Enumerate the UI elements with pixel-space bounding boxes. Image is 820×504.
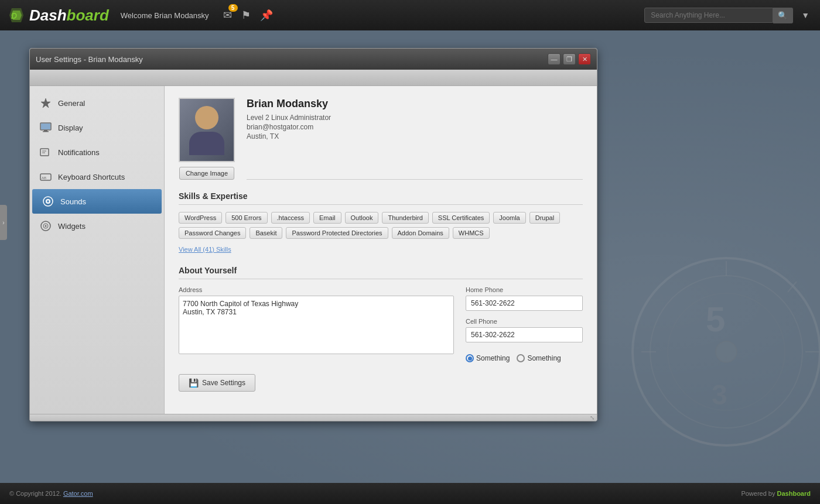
sounds-icon bbox=[42, 195, 54, 208]
navbar-arrow[interactable]: ▼ bbox=[798, 8, 813, 22]
svg-point-21 bbox=[668, 293, 785, 410]
about-grid: Address 7700 North Capitol of Texas High… bbox=[179, 286, 583, 362]
skill-tag-thunderbird[interactable]: Thunderbird bbox=[382, 212, 428, 224]
person-head-shape bbox=[195, 106, 218, 129]
skill-tag-wordpress[interactable]: WordPress bbox=[179, 212, 222, 224]
close-button[interactable]: ✕ bbox=[578, 53, 591, 65]
address-label: Address bbox=[179, 286, 454, 293]
speedometer-decoration: 5 3 bbox=[609, 223, 820, 457]
skill-tag-password-changes[interactable]: Password Changes bbox=[179, 227, 246, 239]
profile-section: Change Image Brian Modansky Level 2 Linu… bbox=[179, 98, 583, 180]
search-button[interactable]: 🔍 bbox=[773, 8, 793, 23]
logo-board: board bbox=[67, 6, 109, 24]
svg-point-19 bbox=[633, 258, 820, 445]
radio-label-1: Something bbox=[476, 354, 510, 362]
radio-option-1[interactable]: Something bbox=[466, 354, 510, 362]
view-all-skills-link[interactable]: View All (41) Skills bbox=[179, 246, 231, 253]
footer-copyright: © Copyright 2012. bbox=[9, 490, 62, 497]
home-phone-label: Home Phone bbox=[466, 286, 583, 293]
sidebar: General Display Notifications AB bbox=[30, 86, 165, 414]
radio-btn-2[interactable] bbox=[517, 354, 525, 362]
skills-section: Skills & Expertise WordPress 500 Errors … bbox=[179, 191, 583, 254]
resize-icon: ⤡ bbox=[590, 414, 594, 421]
profile-image bbox=[180, 99, 234, 161]
skill-tag-outlook[interactable]: Outlook bbox=[345, 212, 379, 224]
skill-tag-drupal[interactable]: Drupal bbox=[529, 212, 560, 224]
save-icon: 💾 bbox=[189, 378, 199, 388]
cell-phone-label: Cell Phone bbox=[466, 318, 583, 325]
panel-wrapper: User Settings - Brian Modansky — ❐ ✕ Gen… bbox=[29, 48, 597, 421]
profile-email: brian@hostgator.com bbox=[247, 123, 583, 131]
sidebar-item-sounds[interactable]: Sounds bbox=[32, 189, 162, 214]
mail-badge: 5 bbox=[228, 4, 238, 12]
left-tab-icon: › bbox=[2, 220, 4, 226]
profile-title: Level 2 Linux Administrator bbox=[247, 114, 583, 122]
skill-tag-joomla[interactable]: Joomla bbox=[493, 212, 525, 224]
content-area: Change Image Brian Modansky Level 2 Linu… bbox=[165, 86, 597, 414]
skill-tag-email[interactable]: Email bbox=[313, 212, 341, 224]
person-body-shape bbox=[189, 132, 224, 155]
left-tab[interactable]: › bbox=[0, 205, 7, 240]
logo: D Dashboard bbox=[7, 6, 109, 25]
phone-area: Home Phone Cell Phone Something bbox=[466, 286, 583, 362]
save-settings-button[interactable]: 💾 Save Settings bbox=[179, 374, 255, 392]
sidebar-item-widgets-label: Widgets bbox=[58, 222, 86, 231]
svg-text:5: 5 bbox=[706, 300, 725, 339]
radio-btn-1[interactable] bbox=[466, 354, 474, 362]
footer: © Copyright 2012. Gator.com Powered by D… bbox=[0, 483, 820, 504]
svg-line-25 bbox=[788, 282, 797, 292]
sidebar-item-notifications-label: Notifications bbox=[58, 148, 100, 157]
skill-tag-ssl[interactable]: SSL Certificates bbox=[432, 212, 490, 224]
search-area: 🔍 bbox=[644, 8, 793, 23]
search-input[interactable] bbox=[644, 8, 773, 23]
sidebar-item-notifications[interactable]: Notifications bbox=[30, 140, 164, 164]
about-section: About Yourself Address 7700 North Capito… bbox=[179, 266, 583, 362]
radio-option-2[interactable]: Something bbox=[517, 354, 561, 362]
svg-text:D: D bbox=[11, 11, 17, 20]
minimize-button[interactable]: — bbox=[548, 53, 561, 65]
svg-point-20 bbox=[650, 276, 802, 428]
sidebar-item-keyboard[interactable]: AB Keyboard Shortcuts bbox=[30, 164, 164, 189]
svg-rect-5 bbox=[43, 131, 49, 132]
skills-tags: WordPress 500 Errors .htaccess Email Out… bbox=[179, 212, 583, 239]
address-textarea[interactable]: 7700 North Capitol of Texas Highway Aust… bbox=[179, 296, 454, 354]
save-settings-label: Save Settings bbox=[202, 379, 245, 387]
pin-icon-btn[interactable]: 📌 bbox=[258, 6, 275, 24]
mail-icon-btn[interactable]: ✉ 5 bbox=[221, 6, 234, 24]
skill-tag-addon[interactable]: Addon Domains bbox=[392, 227, 449, 239]
widgets-icon bbox=[39, 220, 52, 232]
svg-point-18 bbox=[45, 225, 47, 227]
skill-tag-whmcs[interactable]: WHMCS bbox=[453, 227, 490, 239]
flag-icon-btn[interactable]: ⚑ bbox=[239, 6, 253, 24]
display-icon bbox=[39, 121, 52, 134]
cell-phone-input[interactable] bbox=[466, 327, 583, 342]
skill-tag-ppd[interactable]: Password Protected Directories bbox=[286, 227, 388, 239]
general-icon bbox=[39, 97, 52, 109]
home-phone-input[interactable] bbox=[466, 296, 583, 311]
footer-site-link[interactable]: Gator.com bbox=[63, 490, 93, 497]
svg-rect-6 bbox=[41, 124, 50, 129]
sidebar-item-display-label: Display bbox=[58, 124, 83, 132]
profile-info: Brian Modansky Level 2 Linux Administrat… bbox=[247, 98, 583, 180]
sidebar-item-display[interactable]: Display bbox=[30, 115, 164, 140]
address-area: Address 7700 North Capitol of Texas High… bbox=[179, 286, 454, 362]
sidebar-item-general[interactable]: General bbox=[30, 91, 164, 115]
skill-tag-htaccess[interactable]: .htaccess bbox=[271, 212, 310, 224]
keyboard-icon: AB bbox=[39, 170, 52, 183]
change-image-button[interactable]: Change Image bbox=[179, 167, 234, 180]
panel-resize-handle[interactable]: ⤡ bbox=[30, 414, 597, 421]
welcome-text: Welcome Brian Modansky bbox=[121, 11, 209, 20]
sidebar-item-widgets[interactable]: Widgets bbox=[30, 214, 164, 238]
panel-controls: — ❐ ✕ bbox=[548, 53, 591, 65]
sidebar-item-sounds-label: Sounds bbox=[60, 197, 86, 206]
restore-button[interactable]: ❐ bbox=[563, 53, 576, 65]
svg-rect-7 bbox=[40, 149, 49, 156]
logo-dash: Dash bbox=[29, 6, 67, 24]
footer-brand: Dashboard bbox=[777, 490, 811, 497]
skill-tag-basekit[interactable]: Basekit bbox=[250, 227, 282, 239]
panel-title: User Settings - Brian Modansky bbox=[36, 55, 548, 64]
profile-location: Austin, TX bbox=[247, 132, 583, 140]
profile-name: Brian Modansky bbox=[247, 98, 583, 110]
skill-tag-500errors[interactable]: 500 Errors bbox=[226, 212, 267, 224]
footer-powered-by: Powered by Dashboard bbox=[741, 490, 811, 497]
